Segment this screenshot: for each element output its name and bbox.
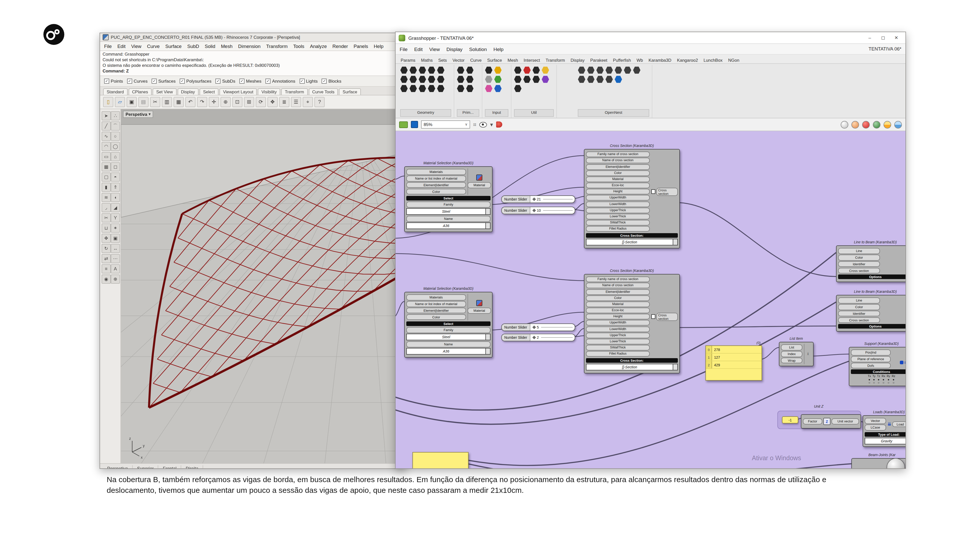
zoom-select[interactable]: 85% ∨ bbox=[421, 121, 470, 129]
node-input[interactable]: LowerWidth bbox=[586, 326, 650, 332]
rhino-menu-item[interactable]: Transform bbox=[266, 44, 288, 49]
extrude-tool[interactable]: ⇑ bbox=[111, 183, 120, 192]
component-icon[interactable] bbox=[485, 85, 493, 92]
rotate-tool[interactable]: ↻ bbox=[102, 244, 111, 253]
component-icon[interactable] bbox=[428, 76, 435, 83]
component-icon[interactable] bbox=[596, 76, 604, 83]
viewport-tab[interactable]: Frontal bbox=[159, 465, 181, 469]
load-type-field[interactable]: Gravity bbox=[865, 438, 905, 445]
node-input[interactable]: Cross section bbox=[838, 317, 880, 323]
node-input[interactable]: Height bbox=[586, 314, 650, 319]
rhino-command-history[interactable]: Command: GrasshopperCould not set shortc… bbox=[100, 51, 406, 76]
redo-icon[interactable]: ↷ bbox=[197, 97, 207, 107]
pan-icon[interactable]: ✛ bbox=[209, 97, 219, 107]
node-line-to-beam-1[interactable]: Line to Beam (Karamba3D) LineColorIdenti… bbox=[836, 245, 905, 282]
zoom-extents-icon[interactable]: ⊞ bbox=[244, 97, 254, 107]
radio-filled-icon[interactable]: ● bbox=[873, 378, 875, 381]
name-field[interactable]: A36 bbox=[406, 222, 490, 229]
radio-empty-icon[interactable]: ○ bbox=[883, 381, 884, 384]
component-category-tab[interactable]: Pufferfish bbox=[611, 57, 633, 63]
osnap-checkbox[interactable]: ✓ Annotations bbox=[266, 79, 295, 84]
rhino-menu-item[interactable]: Curve bbox=[147, 44, 160, 49]
rhino-menu-item[interactable]: Edit bbox=[118, 44, 126, 49]
node-input[interactable]: Material bbox=[586, 302, 650, 307]
explode-tool[interactable]: ✶ bbox=[111, 224, 120, 233]
rhino-menu-item[interactable]: Analyze bbox=[310, 44, 327, 49]
component-icon[interactable] bbox=[457, 66, 465, 74]
slider-grip[interactable] bbox=[532, 326, 536, 329]
section-header[interactable]: Options bbox=[838, 324, 905, 329]
node-input[interactable]: Pos|Ind bbox=[851, 349, 891, 355]
radio-empty-icon[interactable]: ○ bbox=[869, 381, 870, 384]
node-input[interactable]: Ecce-loc bbox=[586, 308, 650, 313]
radio-empty-icon[interactable]: ○ bbox=[878, 381, 880, 384]
radio-empty-icon[interactable]: ○ bbox=[873, 381, 875, 384]
plane-tool[interactable]: ◻ bbox=[111, 162, 120, 171]
node-output[interactable]: Cross section bbox=[657, 187, 678, 196]
split-tool[interactable]: Y bbox=[111, 213, 120, 222]
display-mode-icon[interactable] bbox=[862, 121, 870, 128]
number-slider-2[interactable]: Number Slider 2 bbox=[501, 333, 575, 341]
node-input[interactable]: Color bbox=[406, 189, 466, 194]
toolbar-tab[interactable]: Transform bbox=[281, 88, 307, 95]
slider-track[interactable] bbox=[541, 337, 573, 338]
component-icon[interactable] bbox=[605, 76, 613, 83]
node-material-selection-2[interactable]: Material Selection (Karamba3D) Materials… bbox=[404, 292, 493, 357]
node-output[interactable]: Unit vector bbox=[832, 418, 859, 424]
rhino-menu-item[interactable]: File bbox=[104, 44, 112, 49]
component-icon[interactable] bbox=[596, 66, 604, 74]
node-input[interactable]: Fillet Radius bbox=[586, 226, 650, 232]
node-input[interactable]: Line bbox=[838, 248, 880, 254]
component-icon[interactable] bbox=[633, 66, 641, 74]
radio-filled-icon[interactable]: ● bbox=[878, 378, 880, 381]
viewport-tab[interactable]: Superior bbox=[133, 465, 158, 469]
component-icon[interactable] bbox=[494, 76, 502, 83]
node-input[interactable]: Name of cross section bbox=[586, 158, 650, 164]
component-icon[interactable] bbox=[418, 76, 426, 83]
properties-icon[interactable]: ☰ bbox=[291, 97, 301, 107]
ellipse-tool[interactable]: ◯ bbox=[111, 142, 120, 151]
new-file-icon[interactable]: ▯ bbox=[103, 97, 113, 107]
revolve-tool[interactable]: ◖ bbox=[111, 193, 120, 202]
component-icon[interactable] bbox=[624, 66, 632, 74]
family-field[interactable]: Steel bbox=[406, 208, 490, 215]
component-icon[interactable] bbox=[457, 85, 465, 92]
open-file-icon[interactable]: ▱ bbox=[115, 97, 125, 107]
chamfer-tool[interactable]: ◢ bbox=[111, 203, 120, 212]
expand-button[interactable] bbox=[485, 334, 490, 340]
number-slider-21[interactable]: Number Slider 21 bbox=[501, 195, 575, 203]
checkbox-icon[interactable] bbox=[651, 189, 655, 194]
radio-filled-icon[interactable]: ● bbox=[869, 378, 870, 381]
osnap-checkbox[interactable]: ✓ SubDs bbox=[216, 79, 235, 84]
node-material-selection-1[interactable]: Material Selection (Karamba3D) Materials… bbox=[404, 166, 493, 232]
expand-button[interactable] bbox=[673, 365, 677, 370]
component-icon[interactable] bbox=[418, 85, 426, 92]
slider-grip[interactable] bbox=[532, 197, 536, 201]
node-output[interactable]: Material bbox=[468, 308, 491, 314]
osnap-checkbox[interactable]: ✓ Points bbox=[104, 79, 123, 84]
help-icon[interactable]: ? bbox=[314, 97, 325, 107]
component-category-tab[interactable]: Parakeet bbox=[588, 57, 610, 63]
cut-icon[interactable]: ✂ bbox=[150, 97, 160, 107]
circle-tool[interactable]: ○ bbox=[111, 132, 120, 141]
component-icon[interactable] bbox=[485, 76, 493, 83]
object-snap-icon[interactable]: ⌖ bbox=[303, 97, 313, 107]
scale-tool[interactable]: ↔ bbox=[111, 244, 120, 253]
node-output[interactable]: i bbox=[804, 344, 811, 364]
node-input[interactable]: LowerThick bbox=[586, 214, 650, 219]
sphere-tool[interactable]: ◓ bbox=[111, 172, 120, 182]
osnap-checkbox[interactable]: ✓ Meshes bbox=[239, 79, 261, 84]
move-icon[interactable]: ✥ bbox=[267, 97, 278, 107]
display-mode-icon[interactable] bbox=[894, 121, 902, 128]
node-input[interactable]: Element|Identifier bbox=[586, 289, 650, 295]
slider-track[interactable] bbox=[543, 210, 573, 211]
zoom-dynamic-icon[interactable]: ⊕ bbox=[221, 97, 231, 107]
gh-menu-item[interactable]: View bbox=[429, 46, 440, 52]
dimension-tool[interactable]: ≡ bbox=[102, 264, 111, 273]
gumball-tool[interactable]: ◉ bbox=[102, 275, 111, 284]
rhino-menu-item[interactable]: Dimension bbox=[238, 44, 261, 49]
dof-toggle[interactable]: Ty ● ○ bbox=[873, 375, 876, 384]
node-output[interactable]: Cross section bbox=[657, 313, 678, 321]
layers-icon[interactable]: ≣ bbox=[279, 97, 290, 107]
node-unit-vector[interactable]: Factor Z Unit vector bbox=[801, 414, 861, 429]
